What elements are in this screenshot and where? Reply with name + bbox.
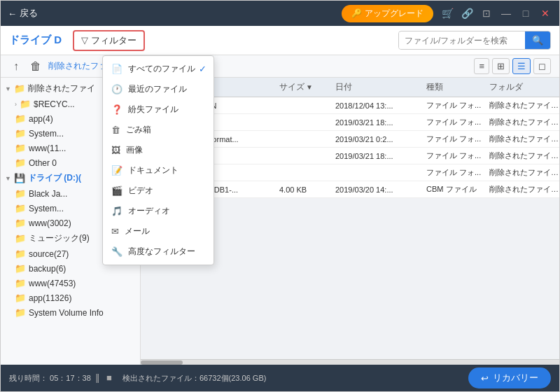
image-icon: 🖼 (111, 145, 120, 155)
filter-dropdown: 📄 すべてのファイル ✓ 🕐 最近のファイル ❓ 紛失ファイル 🗑 ごみ箱 🖼 … (102, 55, 214, 265)
menu-item-document[interactable]: 📝 ドキュメント (103, 160, 214, 181)
delete-button[interactable]: 🗑 (26, 59, 46, 74)
back-arrow-icon: ← (8, 8, 17, 19)
back-button[interactable]: ← 戻る (8, 7, 38, 20)
key-icon: 🔑 (351, 8, 362, 18)
search-box: 🔍 (398, 31, 551, 50)
folder-icon: 📁 (15, 128, 26, 139)
recover-button[interactable]: ↩ リカバリー (468, 368, 551, 388)
col-header-size[interactable]: サイズ ▼ (279, 81, 335, 93)
stop-button[interactable]: ■ (104, 372, 114, 383)
col-header-type: 種類 (426, 81, 489, 93)
view-thumb-button[interactable]: ◻ (533, 58, 551, 74)
menu-item-label: 画像 (126, 144, 143, 156)
menu-item-image[interactable]: 🖼 画像 (103, 140, 214, 160)
upgrade-button[interactable]: 🔑 アップグレード (342, 5, 433, 22)
share-icon[interactable]: 🔗 (460, 8, 474, 19)
menu-item-trash[interactable]: 🗑 ごみ箱 (103, 120, 214, 140)
sidebar-item-systemvol[interactable]: 📁 System Volume Info (1, 305, 140, 320)
filter-button[interactable]: ▽ フィルター (73, 30, 145, 51)
row-type: ファイル フォ... (426, 117, 489, 127)
row-type: CBM ファイル (426, 184, 489, 195)
folder-icon: 📁 (15, 113, 26, 124)
menu-item-lost[interactable]: ❓ 紛失ファイル (103, 99, 214, 120)
upgrade-label: アップグレード (365, 8, 424, 20)
folder-icon: 📁 (15, 188, 26, 199)
folder-icon: 📁 (20, 99, 31, 109)
chevron-down-icon: ▼ (5, 175, 11, 182)
sidebar-label: ドライブ (D:)( (28, 172, 81, 184)
folder-icon: 📁 (15, 203, 26, 214)
row-folder: 削除されたファイル￥... (489, 150, 559, 161)
sidebar-label: app(4) (29, 114, 53, 124)
menu-item-advanced-filter[interactable]: 🔧 高度なフィルター (103, 241, 214, 262)
cart-icon[interactable]: 🛒 (440, 8, 454, 19)
recover-label: リカバリー (493, 372, 538, 384)
search-input[interactable] (399, 32, 525, 49)
folder-icon: 📁 (14, 83, 25, 94)
horizontal-scrollbar[interactable] (141, 359, 559, 365)
sidebar-label: app(11326) (29, 293, 71, 303)
menu-item-video[interactable]: 🎬 ビデオ (103, 181, 214, 201)
folder-icon: 📁 (15, 248, 26, 259)
folder-icon: 📁 (15, 158, 26, 168)
info-icon[interactable]: ⊡ (479, 8, 493, 19)
row-folder: 削除されたファイル￥... (489, 184, 559, 195)
sidebar-label: $RECYC... (34, 99, 75, 109)
files-label: 検出されたファイル：66732個(23.06 GB) (122, 374, 266, 382)
view-detail-button[interactable]: ≡ (474, 58, 489, 74)
folder-icon: 📁 (15, 263, 26, 274)
menu-item-all[interactable]: 📄 すべてのファイル ✓ (103, 59, 214, 79)
folder-icon: 📁 (15, 233, 26, 244)
status-text: 残り時間： 05：17：38 ‖ ■ 検出されたファイル：66732個(23.0… (9, 372, 468, 384)
row-folder: 削除されたファイル￥... (489, 167, 559, 178)
back-label: 戻る (20, 7, 38, 20)
row-date: 2018/12/04 13:... (335, 102, 426, 110)
scrollbar-thumb[interactable] (141, 360, 183, 365)
email-icon: ✉ (111, 226, 119, 237)
minimize-icon[interactable]: — (499, 8, 513, 19)
all-files-icon: 📄 (111, 64, 122, 74)
sidebar-item-app11326[interactable]: 📁 app(11326) (1, 290, 140, 305)
row-size: 4.00 KB (279, 186, 335, 194)
chevron-down-icon: ▼ (5, 85, 11, 92)
subbar: ↑ 🗑 削除されたファイ ≡ ⊞ ☰ ◻ (1, 55, 559, 78)
sidebar-label: ミュージック(9) (29, 232, 90, 244)
menu-item-audio[interactable]: 🎵 オーディオ (103, 201, 214, 221)
maximize-icon[interactable]: □ (519, 8, 533, 19)
drive-icon: 💾 (14, 173, 25, 183)
trash-icon: 🗑 (111, 125, 120, 135)
menu-item-recent[interactable]: 🕐 最近のファイル (103, 79, 214, 99)
recent-icon: 🕐 (111, 84, 122, 94)
folder-icon: 📁 (15, 278, 26, 288)
search-button[interactable]: 🔍 (525, 31, 550, 49)
sidebar-label: Black Ja... (29, 189, 67, 199)
sidebar-item-www47453[interactable]: 📁 www(47453) (1, 276, 140, 290)
row-date: 2019/03/21 18:... (335, 152, 426, 160)
up-button[interactable]: ↑ (9, 59, 23, 74)
advanced-filter-icon: 🔧 (111, 246, 122, 257)
row-type: ファイル フォ... (426, 167, 489, 178)
audio-icon: 🎵 (111, 206, 122, 216)
close-icon[interactable]: ✕ (538, 8, 552, 19)
filter-label: フィルター (91, 34, 136, 47)
sidebar-label: www(47453) (29, 279, 76, 288)
sidebar-label: www(3002) (29, 218, 71, 228)
sidebar-label: source(27) (29, 249, 69, 259)
menu-item-label: ごみ箱 (126, 124, 151, 136)
view-list-button[interactable]: ☰ (512, 58, 531, 74)
view-large-button[interactable]: ⊞ (492, 58, 510, 74)
menu-item-label: 高度なフィルター (128, 246, 195, 258)
check-icon: ✓ (199, 64, 206, 74)
col-header-date: 日付 (335, 81, 426, 93)
row-date: 2019/03/20 14:... (335, 186, 426, 194)
folder-icon: 📁 (15, 143, 26, 153)
time-label: 残り時間： (9, 374, 48, 382)
chevron-right-icon: › (15, 101, 17, 108)
menu-item-email[interactable]: ✉ メール (103, 221, 214, 241)
menu-item-label: 最近のファイル (128, 83, 187, 95)
document-icon: 📝 (111, 165, 122, 176)
folder-icon: 📁 (15, 218, 26, 228)
pause-button[interactable]: ‖ (93, 372, 102, 383)
row-date: 2019/03/21 18:... (335, 118, 426, 127)
